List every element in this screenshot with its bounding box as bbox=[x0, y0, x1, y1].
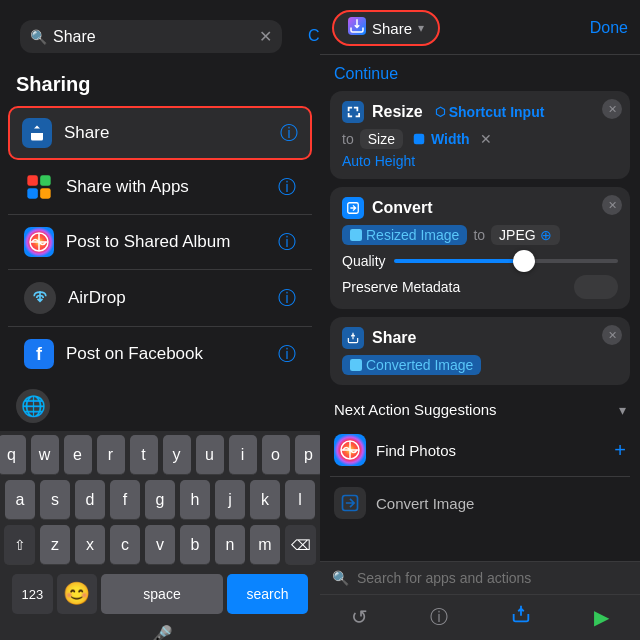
quality-row: Quality bbox=[342, 253, 618, 269]
next-action-title: Next Action Suggestions bbox=[334, 401, 497, 418]
next-action-chevron[interactable]: ▾ bbox=[619, 402, 626, 418]
key-j[interactable]: j bbox=[215, 480, 245, 520]
next-action-header: Next Action Suggestions ▾ bbox=[330, 393, 630, 424]
airdrop-label: AirDrop bbox=[68, 288, 278, 308]
key-c[interactable]: c bbox=[110, 525, 140, 565]
key-emoji[interactable]: 😊 bbox=[57, 574, 98, 614]
clear-icon[interactable]: ✕ bbox=[259, 27, 272, 46]
mic-icon[interactable]: 🎤 bbox=[148, 624, 173, 640]
done-button[interactable]: Done bbox=[590, 19, 628, 37]
metadata-toggle[interactable] bbox=[574, 275, 618, 299]
convert-image-item[interactable]: Convert Image bbox=[330, 477, 630, 529]
key-q[interactable]: q bbox=[0, 435, 26, 475]
resize-x[interactable]: ✕ bbox=[480, 131, 492, 147]
convert-icon bbox=[342, 197, 364, 219]
key-i[interactable]: i bbox=[229, 435, 257, 475]
key-row-2: a s d f g h j k l bbox=[4, 480, 316, 520]
share-item[interactable]: Share ⓘ bbox=[8, 106, 312, 160]
bottom-search-icon: 🔍 bbox=[332, 570, 349, 586]
auto-height-label[interactable]: Auto Height bbox=[342, 153, 618, 169]
metadata-label: Preserve Metadata bbox=[342, 279, 460, 295]
key-a[interactable]: a bbox=[5, 480, 35, 520]
right-panel: Share ▾ Done Continue ✕ Resize ⬡ Shortcu… bbox=[320, 0, 640, 640]
key-u[interactable]: u bbox=[196, 435, 224, 475]
key-r[interactable]: r bbox=[97, 435, 125, 475]
tab-icon-play[interactable]: ▶ bbox=[594, 605, 609, 629]
share-item-icon bbox=[22, 118, 52, 148]
mic-row: 🎤 bbox=[4, 622, 316, 640]
key-o[interactable]: o bbox=[262, 435, 290, 475]
key-l[interactable]: l bbox=[285, 480, 315, 520]
share-pill-icon bbox=[348, 17, 366, 39]
resize-block: ✕ Resize ⬡ Shortcut Input to Size bbox=[330, 91, 630, 179]
svg-rect-11 bbox=[350, 229, 362, 241]
key-h[interactable]: h bbox=[180, 480, 210, 520]
key-z[interactable]: z bbox=[40, 525, 70, 565]
search-bar[interactable]: 🔍 ✕ bbox=[20, 20, 282, 53]
airdrop-info[interactable]: ⓘ bbox=[278, 286, 296, 310]
resized-image-tag[interactable]: Resized Image bbox=[342, 225, 467, 245]
bottom-search-input[interactable] bbox=[357, 570, 628, 586]
key-delete[interactable]: ⌫ bbox=[285, 525, 316, 565]
keyboard: q w e r t y u i o p a s d f g h j k l ⇧ … bbox=[0, 431, 320, 640]
continue-link[interactable]: Continue bbox=[330, 55, 630, 91]
share-pill-chevron: ▾ bbox=[418, 21, 424, 35]
tab-icon-info[interactable]: ⓘ bbox=[430, 605, 448, 629]
key-v[interactable]: v bbox=[145, 525, 175, 565]
convert-close[interactable]: ✕ bbox=[602, 195, 622, 215]
converted-image-tag[interactable]: Converted Image bbox=[342, 355, 481, 375]
key-f[interactable]: f bbox=[110, 480, 140, 520]
key-m[interactable]: m bbox=[250, 525, 280, 565]
resize-shortcut[interactable]: ⬡ Shortcut Input bbox=[431, 102, 549, 122]
svg-rect-3 bbox=[40, 188, 50, 199]
find-photos-label: Find Photos bbox=[376, 442, 614, 459]
key-d[interactable]: d bbox=[75, 480, 105, 520]
key-space[interactable]: space bbox=[101, 574, 223, 614]
convert-image-icon bbox=[334, 487, 366, 519]
post-facebook-info[interactable]: ⓘ bbox=[278, 342, 296, 366]
resize-title: Resize bbox=[372, 103, 423, 121]
key-g[interactable]: g bbox=[145, 480, 175, 520]
globe-icon[interactable]: 🌐 bbox=[16, 389, 50, 423]
resize-icon bbox=[342, 101, 364, 123]
key-row-3: ⇧ z x c v b n m ⌫ bbox=[4, 525, 316, 565]
share-with-apps-item[interactable]: Share with Apps ⓘ bbox=[8, 160, 312, 215]
post-shared-album-info[interactable]: ⓘ bbox=[278, 230, 296, 254]
key-search[interactable]: search bbox=[227, 574, 308, 614]
left-panel: 🔍 ✕ Cancel Sharing Share ⓘ bbox=[0, 0, 320, 640]
key-e[interactable]: e bbox=[64, 435, 92, 475]
post-shared-album-label: Post to Shared Album bbox=[66, 232, 278, 252]
key-shift[interactable]: ⇧ bbox=[4, 525, 35, 565]
jpeg-tag[interactable]: JPEG ⊕ bbox=[491, 225, 560, 245]
resize-size-tag[interactable]: Size bbox=[360, 129, 403, 149]
metadata-row: Preserve Metadata bbox=[342, 275, 618, 299]
key-y[interactable]: y bbox=[163, 435, 191, 475]
tab-icon-share[interactable] bbox=[510, 603, 532, 630]
resize-width-tag[interactable]: Width bbox=[409, 129, 474, 149]
find-photos-add[interactable]: + bbox=[614, 439, 626, 462]
resize-close[interactable]: ✕ bbox=[602, 99, 622, 119]
share-with-apps-info[interactable]: ⓘ bbox=[278, 175, 296, 199]
search-input[interactable] bbox=[53, 28, 253, 46]
key-s[interactable]: s bbox=[40, 480, 70, 520]
key-t[interactable]: t bbox=[130, 435, 158, 475]
tab-icon-refresh[interactable]: ↺ bbox=[351, 605, 368, 629]
key-w[interactable]: w bbox=[31, 435, 59, 475]
share-pill[interactable]: Share ▾ bbox=[332, 10, 440, 46]
key-n[interactable]: n bbox=[215, 525, 245, 565]
post-facebook-item[interactable]: f Post on Facebook ⓘ bbox=[8, 327, 312, 381]
key-123[interactable]: 123 bbox=[12, 574, 53, 614]
svg-rect-0 bbox=[27, 175, 37, 186]
find-photos-item[interactable]: Find Photos + bbox=[330, 424, 630, 477]
key-p[interactable]: p bbox=[295, 435, 323, 475]
share-info-icon[interactable]: ⓘ bbox=[280, 121, 298, 145]
key-b[interactable]: b bbox=[180, 525, 210, 565]
key-x[interactable]: x bbox=[75, 525, 105, 565]
post-shared-album-item[interactable]: Post to Shared Album ⓘ bbox=[8, 215, 312, 270]
post-facebook-label: Post on Facebook bbox=[66, 344, 278, 364]
quality-slider[interactable] bbox=[394, 259, 618, 263]
key-k[interactable]: k bbox=[250, 480, 280, 520]
airdrop-item[interactable]: AirDrop ⓘ bbox=[8, 270, 312, 327]
resize-to-label: to bbox=[342, 131, 354, 147]
share-block-close[interactable]: ✕ bbox=[602, 325, 622, 345]
